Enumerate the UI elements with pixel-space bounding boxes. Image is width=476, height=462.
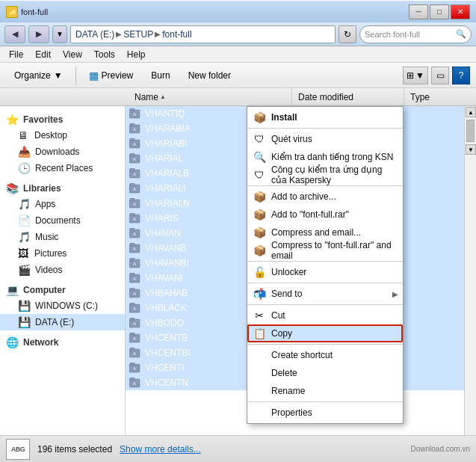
svg-text:A: A — [133, 351, 136, 356]
ctx-sep-2 — [247, 185, 403, 186]
preview-icon: ▦ — [89, 70, 99, 81]
scroll-down-button[interactable]: ▼ — [466, 144, 476, 155]
col-name-header[interactable]: Name ▲ — [129, 88, 292, 105]
ctx-add-rar[interactable]: 📦 Add to "font-full.rar" — [247, 206, 403, 224]
svg-rect-49 — [130, 348, 135, 350]
toolbar-separator-1 — [75, 67, 76, 84]
ctx-install[interactable]: 📦 Install — [247, 108, 403, 126]
sidebar-item-drive-e[interactable]: 💾 DATA (E:) — [0, 314, 125, 330]
scroll-up-button[interactable]: ▲ — [466, 107, 476, 117]
ctx-properties[interactable]: Properties — [247, 404, 403, 422]
file-icon: A — [129, 257, 142, 269]
sidebar-item-recent-places[interactable]: 🕒 Recent Places — [0, 160, 125, 176]
burn-button[interactable]: Burn — [143, 65, 178, 86]
organize-button[interactable]: Organize ▼ — [6, 65, 71, 86]
path-data: DATA (E:) — [75, 29, 114, 40]
ctx-kiemtra-ksn[interactable]: 🔍 Kiểm tra danh tiếng trong KSN — [247, 148, 403, 166]
preview-button[interactable]: ▦ Preview — [81, 65, 142, 86]
ctx-compress-email[interactable]: 📦 Compress and email... — [247, 224, 403, 241]
svg-text:A: A — [133, 321, 136, 326]
scroll-thumb[interactable] — [466, 120, 475, 142]
recent-button[interactable]: ▼ — [52, 25, 67, 43]
ctx-copy[interactable]: 📋 Copy — [247, 324, 403, 342]
sidebar-item-pictures[interactable]: 🖼 Pictures — [0, 245, 125, 262]
svg-text:A: A — [133, 277, 136, 281]
ctx-sendto-icon: 📬 — [252, 286, 267, 301]
svg-text:A: A — [133, 247, 136, 251]
network-header[interactable]: 🌐 Network — [0, 333, 125, 350]
ctx-sep-4 — [247, 283, 403, 283]
view-options-button[interactable]: ⊞ ▼ — [403, 67, 428, 84]
sidebar-item-drive-c[interactable]: 💾 WINDOWS (C:) — [0, 298, 125, 314]
file-icon: A — [129, 182, 142, 194]
new-folder-label: New folder — [188, 70, 231, 81]
organize-arrow: ▼ — [54, 70, 63, 81]
ctx-quetVirus[interactable]: 🛡 Quét virus — [247, 130, 403, 148]
refresh-button[interactable]: ↻ — [339, 25, 356, 43]
sidebar-item-apps[interactable]: 🎵 Apps — [0, 196, 125, 212]
svg-text:A: A — [133, 292, 136, 296]
favorites-header[interactable]: ⭐ Favorites — [0, 111, 125, 127]
file-icon: A — [129, 197, 142, 209]
menu-view[interactable]: View — [57, 48, 88, 61]
ctx-compress-rar-email-icon: 📦 — [252, 243, 267, 258]
ctx-create-shortcut[interactable]: Create shortcut — [247, 346, 403, 364]
drive-c-icon: 💾 — [18, 300, 31, 312]
minimize-button[interactable]: ─ — [409, 4, 428, 19]
libraries-header[interactable]: 📚 Libraries — [0, 179, 125, 196]
svg-rect-40 — [130, 303, 135, 305]
file-icon: A — [129, 347, 142, 359]
file-icon: A — [129, 108, 142, 120]
new-folder-button[interactable]: New folder — [180, 65, 239, 86]
svg-text:A: A — [133, 157, 136, 161]
favorites-star-icon: ⭐ — [6, 114, 19, 126]
menu-help[interactable]: Help — [121, 48, 152, 61]
sidebar-item-music[interactable]: 🎵 Music — [0, 229, 125, 245]
status-file-type-icon: ABG — [6, 439, 30, 460]
maximize-button[interactable]: □ — [430, 4, 449, 19]
svg-rect-37 — [130, 288, 135, 290]
ctx-rename-icon — [252, 384, 267, 398]
ctx-send-to[interactable]: 📬 Send to ▶ — [247, 285, 403, 303]
ctx-cut[interactable]: ✂ Cut — [247, 307, 403, 324]
ctx-quetVirus-icon: 🛡 — [252, 132, 267, 147]
show-more-details-link[interactable]: Show more details... — [120, 444, 201, 455]
status-count: 196 items selected — [37, 444, 112, 455]
col-type-header[interactable]: Type — [404, 88, 464, 105]
scrollbar[interactable]: ▲ ▼ — [464, 106, 476, 435]
ctx-add-archive[interactable]: 📦 Add to archive... — [247, 188, 403, 206]
file-icon: A — [129, 377, 142, 389]
computer-header[interactable]: 💻 Computer — [0, 281, 125, 298]
back-button[interactable]: ◀ — [4, 25, 25, 43]
ctx-congcu[interactable]: 🛡 Công cụ kiểm tra ứng dụng của Kaspersk… — [247, 166, 403, 184]
sidebar-item-downloads[interactable]: 📥 Downloads — [0, 144, 125, 160]
sidebar-item-videos[interactable]: 🎬 Videos — [0, 262, 125, 278]
ctx-delete-icon — [252, 366, 267, 381]
ctx-unlocker[interactable]: 🔓 Unlocker — [247, 263, 403, 281]
sidebar-item-documents[interactable]: 📄 Documents — [0, 212, 125, 229]
search-box[interactable]: Search font-full 🔍 — [359, 25, 472, 43]
ctx-compress-rar-email[interactable]: 📦 Compress to "font-full.rar" and email — [247, 241, 403, 259]
close-button[interactable]: ✕ — [451, 4, 470, 19]
toolbar-right: ⊞ ▼ ▭ ? — [403, 67, 470, 84]
ctx-rename[interactable]: Rename — [247, 382, 403, 400]
sort-indicator: ▲ — [160, 93, 166, 100]
title-bar-left: 📁 font-full — [6, 6, 48, 18]
svg-text:A: A — [133, 217, 136, 221]
svg-rect-55 — [130, 378, 135, 380]
address-path[interactable]: DATA (E:) ▶ SETUP ▶ font-full — [70, 25, 336, 43]
forward-button[interactable]: ▶ — [28, 25, 49, 43]
ctx-delete[interactable]: Delete — [247, 364, 403, 382]
svg-text:A: A — [133, 232, 136, 236]
file-icon: A — [129, 332, 142, 344]
pane-button[interactable]: ▭ — [431, 67, 449, 84]
sidebar-item-desktop[interactable]: 🖥 Desktop — [0, 127, 125, 144]
col-date-header[interactable]: Date modified — [292, 88, 404, 105]
menu-file[interactable]: File — [3, 48, 29, 61]
help-button[interactable]: ? — [452, 67, 470, 84]
menu-tools[interactable]: Tools — [88, 48, 121, 61]
file-icon: A — [129, 302, 142, 314]
ctx-sep-5 — [247, 304, 403, 305]
svg-rect-52 — [130, 363, 135, 365]
menu-edit[interactable]: Edit — [29, 48, 57, 61]
